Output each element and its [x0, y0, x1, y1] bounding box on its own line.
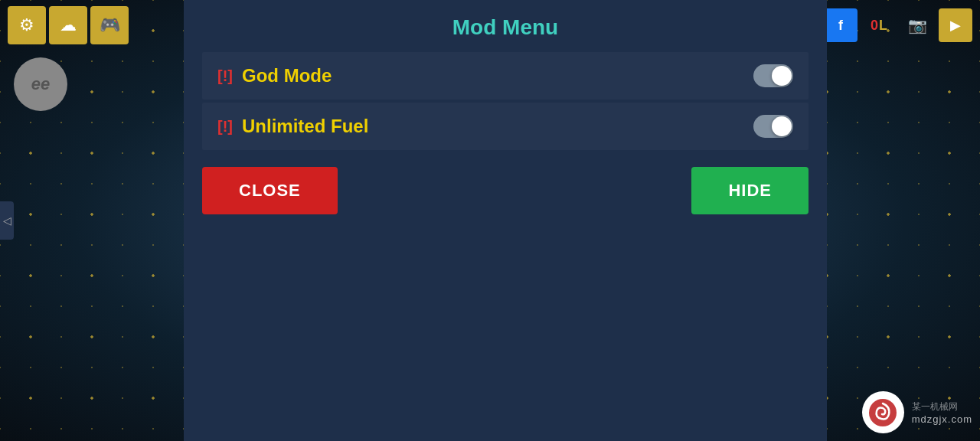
ol-zero: 0 — [871, 18, 878, 34]
ol-l: L — [879, 18, 887, 34]
side-arrow-button[interactable]: ◁ — [0, 201, 14, 240]
unlimited-fuel-label: Unlimited Fuel — [242, 116, 753, 137]
mod-menu-buttons: CLOSE HIDE — [184, 150, 827, 214]
god-mode-toggle[interactable] — [753, 64, 793, 87]
close-button[interactable]: CLOSE — [202, 167, 338, 214]
watermark: mdzgjx.com — [912, 413, 972, 425]
god-mode-toggle-knob — [772, 66, 792, 86]
spiral-logo — [862, 391, 904, 433]
instagram-icon[interactable]: 📷 — [900, 8, 934, 42]
unlimited-fuel-exclaim: [!] — [217, 118, 233, 136]
mod-menu-title: Mod Menu — [184, 0, 827, 52]
unlimited-fuel-row: [!] Unlimited Fuel — [202, 103, 808, 150]
machine-text: 某一机械网 — [912, 400, 972, 413]
avatar: ee — [14, 57, 67, 111]
god-mode-row: [!] God Mode — [202, 52, 808, 100]
god-mode-label: God Mode — [242, 65, 753, 87]
cloud-icon-btn[interactable]: ☁ — [49, 6, 87, 44]
god-mode-exclaim: [!] — [217, 67, 233, 85]
hide-button[interactable]: HIDE — [691, 167, 808, 214]
facebook-icon[interactable]: f — [824, 8, 858, 42]
ol-badge[interactable]: 0 L — [862, 8, 896, 42]
mod-menu-items: [!] God Mode [!] Unlimited Fuel — [184, 52, 827, 150]
arrow-icon-btn[interactable]: ▶ — [939, 8, 972, 42]
mod-menu: Mod Menu [!] God Mode [!] Unlimited Fuel… — [184, 0, 827, 441]
unlimited-fuel-toggle-knob — [772, 116, 792, 136]
top-left-icons: ⚙ ☁ 🎮 — [8, 6, 129, 44]
settings-icon-btn[interactable]: ⚙ — [8, 6, 46, 44]
unlimited-fuel-toggle[interactable] — [753, 115, 793, 138]
gamepad-icon-btn[interactable]: 🎮 — [90, 6, 129, 44]
bottom-right-area: 某一机械网 mdzgjx.com — [862, 391, 972, 433]
